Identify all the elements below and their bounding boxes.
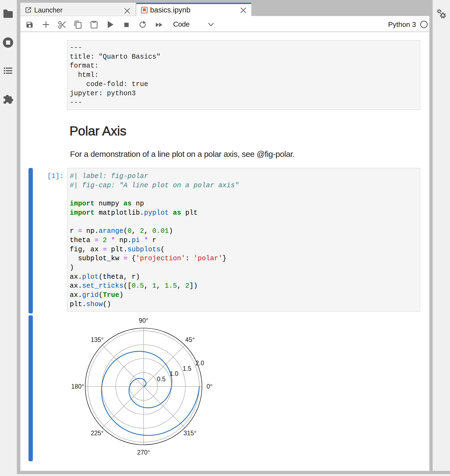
svg-text:90°: 90°	[139, 317, 148, 324]
svg-text:1.0: 1.0	[170, 370, 178, 377]
svg-text:1.5: 1.5	[183, 365, 191, 372]
svg-text:0°: 0°	[207, 383, 213, 390]
svg-text:225°: 225°	[91, 430, 104, 437]
svg-text:135°: 135°	[91, 336, 104, 343]
svg-text:315°: 315°	[183, 430, 197, 437]
svg-text:270°: 270°	[137, 449, 150, 456]
svg-text:180°: 180°	[71, 383, 84, 390]
svg-text:45°: 45°	[185, 336, 195, 343]
svg-text:0.5: 0.5	[157, 376, 166, 383]
svg-text:2.0: 2.0	[195, 360, 204, 367]
